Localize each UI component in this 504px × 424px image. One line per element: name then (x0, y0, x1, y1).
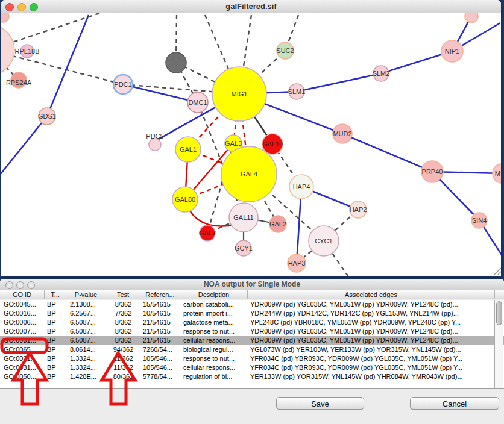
table-row-selected[interactable]: GO:0031...BP6.5087...8/36221/54615cellul… (0, 336, 504, 345)
save-button[interactable]: Save (276, 397, 364, 410)
cell: 7/362 (106, 309, 140, 318)
node-label-GAL2: GAL2 (269, 220, 286, 228)
cell: YDR009W (pd) YGL035C, YML051W (pp) YDR00… (248, 300, 495, 309)
table-row[interactable]: GO:0031...BP1.3324...11/362105/546...res… (0, 354, 504, 363)
column-header-associated-edges[interactable]: Associated edges (248, 290, 495, 299)
cell: YFR034C (pd) YBR093C, YDR009W (pd) YGL03… (248, 363, 495, 372)
edge-blue[interactable] (342, 134, 432, 172)
cell: GO:0031... (0, 354, 45, 363)
node-label-HAP4: HAP4 (293, 183, 310, 190)
node-label-GAL80: GAL80 (175, 196, 195, 203)
cell: 1.3324... (66, 354, 106, 363)
column-header-p-value[interactable]: P-value (66, 290, 106, 299)
cancel-button[interactable]: Cancel (410, 397, 499, 410)
column-header-desciption[interactable]: Desciption (180, 290, 248, 299)
column-header-test[interactable]: Test (106, 290, 140, 299)
cell: GO:0050... (0, 372, 45, 381)
cell: YFR034C (pd) YBR093C, YDR009W (pd) YGL03… (248, 354, 495, 363)
cell: 1.428E... (66, 372, 106, 381)
cell: 21/54615 (140, 327, 180, 336)
results-table: GO:0045...BP2.1308...8/36215/54615carbon… (0, 300, 504, 389)
cell: 7260/54... (140, 345, 180, 354)
node-label-CYC1: CYC1 (315, 237, 332, 245)
cell: response to nut... (180, 354, 248, 363)
cell: GO:0031... (0, 336, 45, 345)
table-row[interactable]: GO:0007...BP6.5087...8/36221/54615respon… (0, 327, 504, 336)
network-window: galFiltered.sif RPL18BRPS24AGDS1PDC1PDC5… (1, 0, 501, 276)
table-row[interactable]: GO:0065...BP8.0614...94/3627260/54...bio… (0, 345, 504, 354)
cell: BP (45, 327, 66, 336)
column-header-t-[interactable]: T... (45, 290, 66, 299)
cell: 8/362 (106, 300, 140, 309)
resize-grip[interactable] (494, 268, 501, 275)
cell: 21/54615 (140, 318, 180, 327)
cell: YGL073W (pd) YER103W, YER133W (pp) YOR31… (248, 345, 495, 354)
table-row[interactable]: GO:0050...BP1.428E...80/3625778/54...reg… (0, 372, 504, 381)
node-TOPCORNER[interactable] (1, 13, 9, 22)
table-row[interactable]: GO:0045...BP2.1308...8/36215/54615carbon… (0, 300, 504, 309)
network-canvas[interactable]: RPL18BRPS24AGDS1PDC1PDC5DMC1MIG1SUC2SLM1… (1, 13, 501, 276)
cell: BP (45, 372, 66, 381)
cell: 21/54615 (140, 336, 180, 345)
cell: cellular respons... (180, 336, 248, 345)
node-label-GAL1: GAL1 (180, 146, 197, 153)
node-label-SIN4: SIN4 (472, 217, 487, 224)
edge-dash[interactable] (1, 13, 99, 50)
edge-blue[interactable] (47, 15, 89, 116)
cell: regulation of bi... (180, 372, 248, 381)
resize-grip[interactable] (498, 272, 501, 275)
node-label-GDS1: GDS1 (38, 113, 56, 120)
network-window-titlebar[interactable]: galFiltered.sif (1, 0, 501, 14)
cell: GO:0065... (0, 345, 45, 354)
node-PDC5[interactable] (149, 139, 161, 151)
cell: BP (45, 318, 66, 327)
cell: 5778/54... (140, 372, 180, 381)
cell: BP (45, 345, 66, 354)
node-label-RPL18B: RPL18B (15, 48, 40, 55)
cell: BP (45, 363, 66, 372)
node-label-SUC2: SUC2 (276, 47, 294, 54)
node-label-PRP40: PRP40 (422, 168, 443, 175)
table-row[interactable]: GO:0006...BP6.5087...8/36221/54615galact… (0, 318, 504, 327)
cell: BP (45, 300, 66, 309)
table-row[interactable]: GO:0031...BP1.3324...11/362105/546...cel… (0, 363, 504, 372)
cell: YPL248C (pd) YBR018C, YML051W (pp) YDR00… (248, 318, 495, 327)
node-label-GAL11: GAL11 (233, 214, 253, 221)
node-label-MIG1: MIG1 (232, 90, 248, 98)
edge-blue[interactable] (297, 73, 381, 92)
table-row[interactable]: GO:0016...BP6.2567...7/36210/54615protei… (0, 309, 504, 318)
column-header-referen-[interactable]: Referen... (140, 290, 180, 299)
node-TOPRIGHT[interactable] (465, 13, 478, 23)
node-label-HAP3: HAP3 (288, 260, 306, 267)
cell: 6.5087... (66, 318, 106, 327)
cell: 8/362 (106, 318, 140, 327)
node-label-GCY1: GCY1 (235, 245, 253, 252)
noa-window-titlebar[interactable]: NOA output for Single Mode (0, 279, 504, 290)
cell: 80/362 (106, 372, 140, 381)
column-header-go-id[interactable]: GO ID (0, 290, 45, 299)
node-GRAY1[interactable] (166, 52, 186, 73)
cell: biological regul... (180, 345, 248, 354)
cell: GO:0006... (0, 318, 45, 327)
cell: YER133W (pp) YOR315W, YNL145W (pd) YHR08… (248, 372, 495, 381)
edge-blue[interactable] (1, 116, 47, 175)
node-BIGLEFT[interactable] (1, 25, 14, 75)
noa-window-title: NOA output for Single Mode (0, 280, 504, 288)
cell: BP (45, 336, 66, 345)
cell: BP (45, 354, 66, 363)
cell: YDR009W (pd) YGL035C, YML051W (pp) YDR00… (248, 336, 495, 345)
cell: 105/546... (140, 363, 180, 372)
cell: 8.0614... (66, 345, 106, 354)
scrollbar-thumb[interactable] (496, 301, 502, 325)
cell: 94/362 (106, 345, 140, 354)
cell: galactose meta... (180, 318, 248, 327)
node-label-PDC1: PDC1 (114, 81, 131, 88)
table-header: GO IDT...P-valueTestReferen...Desciption… (0, 290, 504, 299)
cell: 10/54615 (140, 309, 180, 318)
edge-blue[interactable] (123, 84, 198, 102)
node-label-HAP2: HAP2 (350, 206, 367, 213)
cell: 11/362 (106, 363, 140, 372)
vertical-scrollbar[interactable] (494, 300, 503, 388)
cell: 8/362 (106, 327, 140, 336)
node-label-GAL10: GAL10 (262, 140, 283, 148)
